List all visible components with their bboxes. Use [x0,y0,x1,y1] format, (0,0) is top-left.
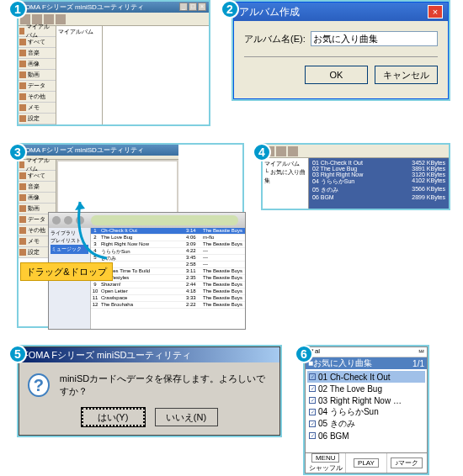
sidebar-item[interactable]: データ [19,81,56,92]
track-row[interactable]: 03 Right Right Now3120 KBytes [311,172,447,177]
step-badge-4: 4 [253,143,271,161]
panel-3: FOMA Fシリーズ miniSDユーティリティ マイアルバムすべて音楽画像動画… [17,143,244,328]
phone-track-item[interactable]: ✓03 Right Right Now … [307,394,425,406]
sidebar-item[interactable]: メモ [19,103,56,114]
folder-icon [19,249,26,256]
sidebar-item[interactable]: マイアルバム [19,26,56,37]
step-badge-5: 5 [8,345,27,363]
drag-drop-label: ドラッグ&ドロップ [20,262,113,281]
softkey[interactable]: ♪マーク [387,453,427,473]
softkey[interactable]: PLAY [346,453,386,473]
folder-icon [19,71,26,78]
dialog-create-album: アルバム作成 × アルバム名(E): OK キャンセル [233,2,449,99]
album-name-input[interactable] [311,31,438,46]
sidebar-item[interactable]: すべて [19,37,56,48]
album-title: ■お気に入り曲集 [308,357,372,369]
phone-track-item[interactable]: ✓06 BGM [307,430,425,442]
track-row[interactable]: 01 Ch-Check It Out3452 KBytes [311,160,447,166]
step-badge-2: 2 [221,0,239,19]
window-title: FOMA Fシリーズ miniSDユーティリティ [21,3,144,12]
track-row[interactable]: 02 The Love Bug3891 KBytes [311,166,447,172]
track-row[interactable]: 04 うららかSun4102 KBytes [311,177,447,186]
phone-track-item[interactable]: ✓05 きのみ [307,418,425,430]
track-row[interactable]: 9Shazam!2:44The Beastie Boys [91,282,245,288]
content-pane [103,26,209,124]
track-row[interactable]: 8All Lifestyles2:35The Beastie Boys [91,275,245,282]
folder-icon [19,161,24,168]
yes-button[interactable]: はい(Y) [82,408,145,426]
dialog-titlebar: アルバム作成 × [234,3,448,21]
tree-pane[interactable]: マイアルバム [56,26,103,124]
question-icon: ? [28,373,50,397]
phone-track-item[interactable]: ✓04 うららかSun [307,406,425,418]
sidebar-item[interactable]: 画像 [19,59,56,70]
softkey[interactable]: MENUシャッフル [306,453,346,473]
panel-4: マイアルバム└ お気に入り曲集 01 Ch-Check It Out3452 K… [261,143,450,210]
track-row[interactable]: 12The Brouhaha2:22The Beastie Boys [91,302,245,309]
track-row[interactable]: 7It Takes Time To Build3:11The Beastie B… [91,268,245,275]
battery-icon: 𝌃 [418,347,424,357]
ok-button[interactable]: OK [305,66,368,84]
track-row[interactable]: 6BGM2:58— [91,262,245,268]
step-badge-6: 6 [295,345,313,363]
toolbar [263,145,449,158]
sidebar: マイアルバムすべて音楽画像動画データその他メモ設定 [19,26,56,124]
tool-icon[interactable] [288,146,298,156]
window-controls: _ □ × [179,3,206,12]
titlebar: FOMA Fシリーズ miniSDユーティリティ _ □ × [19,2,209,13]
checkbox-icon: ✓ [309,432,316,439]
sidebar-item[interactable]: 音楽 [19,182,56,193]
step-badge-1: 1 [8,0,27,19]
close-button[interactable]: × [428,5,443,19]
tool-icon[interactable] [276,146,286,156]
folder-icon [19,238,26,245]
panel-6: ▼al 𝌃 ■お気に入り曲集 1/1 ✓01 Ch-Check It Out✓0… [303,345,429,475]
dialog-title: アルバム作成 [239,5,300,19]
prev-button[interactable] [52,216,61,225]
phone-header: ■お気に入り曲集 1/1 [306,357,427,369]
checkbox-icon: ✓ [309,373,316,380]
phone-softkeys: MENUシャッフルPLAY♪マーク [306,452,427,473]
tree-root[interactable]: マイアルバム [58,29,93,34]
close-button[interactable]: × [198,3,206,11]
folder-icon [19,205,26,212]
maximize-button[interactable]: □ [189,3,197,11]
tree-node[interactable]: └ お気に入り曲集 [264,168,306,185]
folder-icon [19,50,26,56]
track-row[interactable]: 05 きのみ3566 KBytes [311,186,447,194]
sidebar-item[interactable]: 音楽 [19,48,56,59]
folder-icon [19,61,26,67]
track-row[interactable]: 11Crawlspace3:33The Beastie Boys [91,295,245,302]
dialog-title: FOMA Fシリーズ miniSDユーティリティ [19,347,279,362]
folder-icon [19,104,26,111]
phone-track-item[interactable]: ✓02 The Love Bug [307,383,425,394]
sidebar-item[interactable]: 設定 [19,114,56,124]
sidebar-item[interactable]: 画像 [19,193,56,204]
field-label: アルバム名(E): [244,33,306,45]
track-list[interactable]: 01 Ch-Check It Out3452 KBytes02 The Love… [309,158,449,209]
folder-icon [19,172,26,179]
sidebar-item[interactable]: マイアルバム [19,160,56,171]
panel-1: FOMA Fシリーズ miniSDユーティリティ _ □ × マイアルバムすべて… [17,0,210,126]
phone-tracklist[interactable]: ✓01 Ch-Check It Out✓02 The Love Bug✓03 R… [306,369,427,452]
phone-track-item[interactable]: ✓01 Ch-Check It Out [307,371,425,383]
folder-icon [19,82,26,89]
track-row[interactable]: 10Open Letter4:18The Beastie Boys [91,288,245,295]
sidebar-item[interactable]: その他 [19,92,56,103]
tool-icon[interactable] [56,14,66,24]
checkbox-icon: ✓ [309,397,316,404]
track-row[interactable]: 06 BGM2899 KBytes [311,194,447,200]
dialog-message: miniSDカードへデータを保存します。よろしいですか？ [60,373,271,398]
folder-icon [19,93,26,100]
sidebar-item[interactable]: 動画 [19,70,56,81]
panel-2: アルバム作成 × アルバム名(E): OK キャンセル [232,0,450,101]
sidebar-item[interactable]: すべて [19,171,56,182]
folder-icon [19,194,26,201]
drag-arrow-icon [65,195,115,262]
minimize-button[interactable]: _ [179,3,188,11]
tree-pane[interactable]: マイアルバム└ お気に入り曲集 [263,158,309,209]
no-button[interactable]: いいえ(N) [155,408,218,426]
cancel-button[interactable]: キャンセル [375,66,438,84]
folder-icon [19,216,26,223]
tree-node[interactable]: マイアルバム [264,160,306,168]
